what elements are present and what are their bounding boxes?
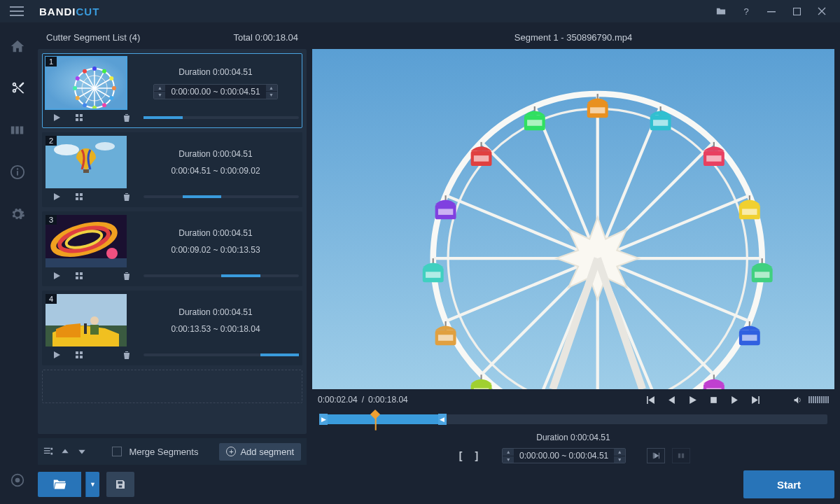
svg-rect-129 (438, 209, 453, 215)
video-preview[interactable] (312, 49, 834, 389)
segment-grid-icon[interactable] (68, 190, 90, 204)
segment-thumbnail[interactable]: 1 (46, 57, 127, 109)
segment-duration: Duration 0:00:04.51 (178, 67, 252, 77)
svg-rect-96 (706, 155, 721, 162)
cut-icon[interactable] (4, 74, 31, 102)
minimize-icon[interactable] (759, 0, 784, 22)
svg-rect-46 (80, 193, 83, 196)
range-text: 0:00:04.51 ~ 0:00:09.02 (171, 166, 260, 176)
merge-segments-checkbox[interactable] (112, 447, 122, 456)
jump-start-icon[interactable] (642, 391, 659, 408)
segment-play-icon[interactable] (46, 111, 68, 125)
total-time: 0:00:18.04 (255, 32, 298, 43)
segment-range-bar (144, 274, 299, 277)
folder-icon[interactable] (708, 0, 734, 22)
segment-grid-icon[interactable] (68, 111, 90, 125)
maximize-icon[interactable] (784, 0, 809, 22)
svg-rect-44 (83, 169, 89, 173)
svg-rect-55 (76, 272, 78, 275)
close-icon[interactable] (809, 0, 834, 22)
move-up-icon[interactable] (60, 447, 70, 456)
list-menu-icon[interactable] (43, 447, 53, 456)
empty-segment-slot[interactable] (42, 370, 302, 403)
segment-list-panel: Cutter Segment List (4) Total 0:00:18.04… (38, 25, 307, 498)
timeline[interactable]: ▶ ◀ (319, 414, 827, 424)
segment-duration: Duration 0:00:04.51 (178, 307, 252, 317)
home-icon[interactable] (4, 32, 31, 60)
segment-thumbnail[interactable]: 4 (46, 294, 127, 346)
segment-delete-icon[interactable] (115, 111, 138, 125)
svg-point-7 (17, 168, 18, 169)
segment-delete-icon[interactable] (115, 348, 138, 362)
svg-rect-3 (15, 127, 19, 134)
open-file-button[interactable] (38, 472, 81, 497)
range-end-handle[interactable]: ◀ (438, 414, 447, 425)
svg-rect-136 (710, 397, 717, 403)
play-range-button[interactable] (647, 448, 665, 463)
add-segment-button[interactable]: + Add segment (219, 443, 301, 461)
menu-button[interactable] (6, 0, 28, 22)
svg-point-25 (112, 86, 116, 90)
segment-delete-icon[interactable] (115, 190, 138, 204)
svg-rect-65 (80, 351, 83, 354)
end-spinner[interactable]: ▲▼ (614, 449, 625, 463)
svg-rect-108 (706, 388, 721, 389)
segment-item[interactable]: 3 Duration 0:00:04.51 0:00:09.02 ~ 0:00:… (42, 211, 302, 286)
segment-duration: Duration 0:00:04.51 (178, 149, 252, 159)
play-icon[interactable] (684, 391, 701, 408)
set-start-button[interactable]: [ (456, 449, 465, 463)
help-icon[interactable]: ? (734, 0, 759, 22)
segment-play-icon[interactable] (46, 269, 68, 283)
svg-rect-99 (742, 209, 757, 215)
svg-rect-37 (76, 114, 78, 117)
segment-play-icon[interactable] (46, 190, 68, 204)
segment-play-icon[interactable] (46, 348, 68, 362)
preview-title: Segment 1 - 350896790.mp4 (312, 25, 834, 49)
record-icon[interactable] (4, 466, 31, 494)
prev-frame-icon[interactable] (663, 391, 680, 408)
start-button[interactable]: Start (743, 470, 834, 498)
stop-icon[interactable] (705, 391, 722, 408)
range-text[interactable]: 0:00:00.00 ~ 0:00:04.51 (514, 449, 614, 463)
segment-item[interactable]: 2 Duration 0:00:04.51 0:00:04.51 ~ 0:00:… (42, 132, 302, 207)
move-down-icon[interactable] (77, 447, 87, 456)
svg-point-36 (109, 76, 113, 80)
segment-list-title: Cutter Segment List (4) (46, 32, 140, 43)
segment-grid-icon[interactable] (68, 269, 90, 283)
range-text[interactable]: 0:00:00.00 ~ 0:00:04.51 (165, 85, 265, 99)
end-spin[interactable]: ▲▼ (266, 85, 277, 99)
svg-rect-90 (590, 107, 605, 113)
segment-thumbnail[interactable]: 3 (46, 215, 127, 267)
save-button[interactable] (106, 472, 134, 497)
segment-thumbnail[interactable]: 2 (46, 136, 127, 188)
join-icon[interactable] (4, 116, 31, 144)
svg-rect-4 (20, 127, 24, 134)
start-spinner[interactable]: ▲▼ (503, 449, 514, 463)
svg-point-34 (92, 66, 97, 71)
open-dropdown-button[interactable]: ▼ (85, 472, 99, 497)
svg-rect-53 (46, 258, 127, 267)
segment-delete-icon[interactable] (115, 269, 138, 283)
svg-rect-39 (76, 118, 78, 121)
segment-range-bar (144, 354, 299, 356)
svg-point-31 (73, 86, 77, 90)
info-icon[interactable] (4, 158, 31, 186)
volume-icon[interactable] (789, 391, 806, 408)
range-text: 0:00:13.53 ~ 0:00:18.04 (171, 324, 260, 334)
settings-icon[interactable] (4, 200, 31, 228)
jump-end-icon[interactable] (747, 391, 764, 408)
svg-point-26 (109, 96, 113, 100)
split-button[interactable] (672, 448, 690, 463)
start-spin[interactable]: ▲▼ (154, 85, 165, 99)
segment-item[interactable]: 4 Duration 0:00:04.51 0:00:13.53 ~ 0:00:… (42, 290, 302, 365)
segment-item[interactable]: 1 Duration 0:00:04.51 ▲▼0:00:00.00 ~ 0:0… (42, 53, 302, 128)
range-start-handle[interactable]: ▶ (319, 414, 328, 425)
svg-rect-67 (80, 356, 83, 358)
segment-grid-icon[interactable] (68, 348, 90, 362)
svg-rect-61 (84, 323, 87, 334)
total-label: Total (233, 32, 252, 43)
volume-slider[interactable] (808, 396, 829, 403)
set-end-button[interactable]: ] (472, 449, 481, 463)
svg-rect-2 (11, 127, 15, 134)
next-frame-icon[interactable] (726, 391, 743, 408)
